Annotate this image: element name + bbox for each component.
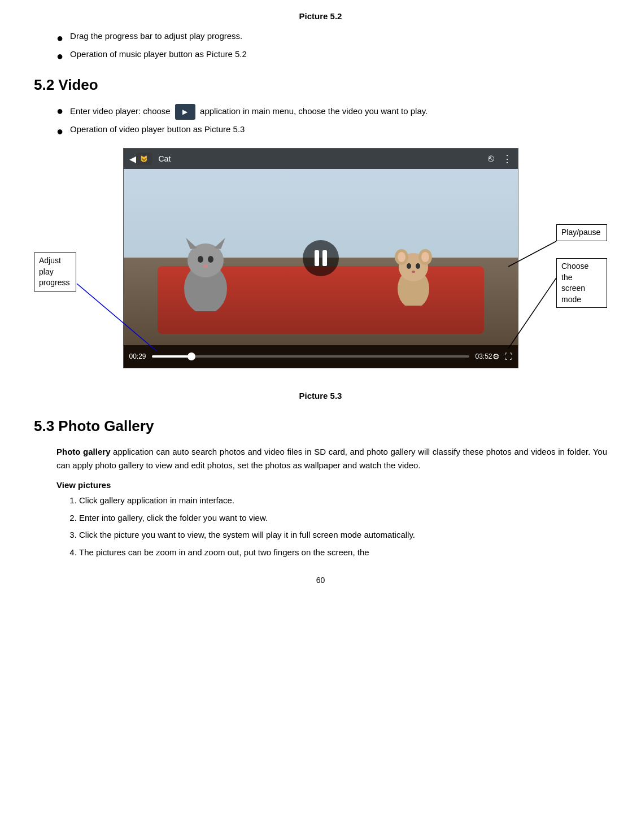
progress-fill — [152, 355, 191, 358]
section-52-bullet-2: ● Operation of video player button as Pi… — [56, 124, 607, 138]
video-title: Cat — [159, 154, 171, 163]
intro-bullets: ● Drag the progress bar to adjust play p… — [56, 31, 607, 63]
label-choose-screen-mode: Choosethescreenmode — [556, 258, 607, 308]
bullet-dot: ● — [56, 31, 63, 45]
section-52-heading: 5.2 Video — [34, 76, 607, 94]
photo-gallery-label: Photo gallery — [56, 447, 110, 456]
svg-marker-2 — [186, 238, 197, 249]
video-player-icon — [175, 104, 195, 120]
svg-point-12 — [421, 252, 429, 262]
bullet-text-2: Operation of music player button as Pict… — [70, 49, 247, 59]
section-52-bullet-text-2: Operation of video player button as Pict… — [70, 124, 245, 134]
bullet-text-1: Drag the progress bar to adjust play pro… — [70, 31, 242, 41]
section-53-intro: Photo gallery application can auto searc… — [56, 445, 607, 472]
label-play-pause: Play/pause — [556, 224, 607, 241]
pause-bar-right — [322, 250, 327, 266]
section-53-intro-rest: application can auto search photos and v… — [56, 447, 607, 470]
label-adjust-play-progress: Adjustplayprogress — [34, 253, 76, 291]
bullet-item-1: ● Drag the progress bar to adjust play p… — [56, 31, 607, 45]
svg-point-4 — [198, 256, 203, 263]
more-icon[interactable]: ⋮ — [502, 153, 512, 165]
svg-point-5 — [208, 256, 213, 263]
video-top-icons: ⎋ ⋮ — [488, 153, 512, 165]
page-title: Picture 5.2 — [34, 11, 607, 21]
bullet-dot: ● — [56, 104, 63, 117]
pause-icon — [315, 250, 327, 266]
section-53-heading: 5.3 Photo Gallery — [34, 417, 607, 435]
settings-icon[interactable]: ⚙ — [492, 352, 500, 361]
back-icon: ◀ — [129, 154, 136, 164]
time-total: 03:52 — [475, 352, 492, 360]
svg-point-13 — [407, 263, 411, 269]
section-52-bullet-1: ● Enter video player: choose application… — [56, 104, 607, 120]
pause-bar-left — [315, 250, 319, 266]
fullscreen-icon[interactable]: ⛶ — [504, 352, 512, 361]
svg-point-11 — [398, 252, 405, 262]
step-1: Click gallery application in main interf… — [79, 494, 607, 507]
svg-marker-3 — [214, 238, 225, 249]
bullet-item-2: ● Operation of music player button as Pi… — [56, 49, 607, 63]
video-top-bar: ◀ Cat ⎋ ⋮ — [124, 149, 518, 169]
figure-53-caption: Picture 5.3 — [34, 391, 607, 401]
svg-point-6 — [203, 264, 208, 268]
step-4: The pictures can be zoom in and zoom out… — [79, 546, 607, 559]
view-pictures-heading: View pictures — [56, 480, 607, 490]
video-diagram-container: Adjustplayprogress — [34, 148, 607, 385]
video-player-frame: ◀ Cat ⎋ ⋮ 00:29 03:52 ⚙ ⛶ — [123, 148, 518, 368]
svg-point-15 — [412, 271, 415, 273]
view-pictures-steps: Click gallery application in main interf… — [79, 494, 607, 559]
time-current: 00:29 — [129, 352, 146, 360]
bullet-dot: ● — [56, 124, 63, 138]
page-number: 60 — [34, 576, 607, 585]
cat-thumbnail-icon — [136, 153, 152, 165]
bullet-dot: ● — [56, 49, 63, 63]
step-2: Enter into gallery, click the folder you… — [79, 512, 607, 525]
video-bottom-bar: 00:29 03:52 ⚙ ⛶ — [124, 345, 518, 368]
section-52-bullets: ● Enter video player: choose application… — [56, 104, 607, 138]
section-52-bullet-text-1: Enter video player: choose application i… — [70, 104, 428, 120]
play-pause-button[interactable] — [303, 240, 339, 276]
video-bottom-right: ⚙ ⛶ — [492, 352, 512, 361]
svg-point-14 — [416, 263, 420, 269]
step-3: Click the picture you want to view, the … — [79, 529, 607, 542]
section-53: 5.3 Photo Gallery Photo gallery applicat… — [34, 417, 607, 559]
progress-dot[interactable] — [187, 352, 195, 360]
progress-bar[interactable] — [152, 355, 470, 358]
cat-character — [180, 238, 231, 311]
share-icon[interactable]: ⎋ — [488, 153, 494, 165]
mouse-character — [394, 249, 433, 306]
